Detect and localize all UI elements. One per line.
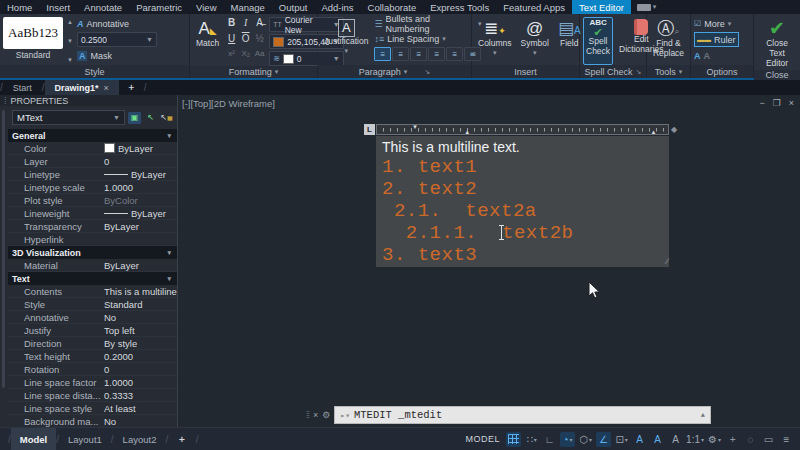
text-style-preview[interactable]: AaBb123 [3, 17, 63, 49]
isolate-objects-button[interactable]: ◌ [743, 432, 758, 447]
superscript-button[interactable]: x² [225, 49, 238, 64]
file-tab-drawing1[interactable]: Drawing1* × [45, 80, 119, 95]
mtext-list-line[interactable]: 1. text1 [382, 156, 663, 178]
symbol-button[interactable]: @ Symbol ▾ [518, 17, 552, 65]
underline-button[interactable]: U [225, 33, 238, 48]
annotation-autoscale-toggle[interactable]: A [650, 432, 665, 447]
select-objects-icon[interactable]: ↖ [144, 112, 157, 124]
tab-output[interactable]: Output [272, 0, 315, 14]
command-customize-icon[interactable]: ⚙ [322, 410, 330, 420]
tab-view[interactable]: View [189, 0, 223, 14]
text-height-dropdown[interactable]: 0.2500 ▼ [77, 32, 157, 47]
mtext-list-line[interactable]: 3. text3 [382, 244, 663, 266]
tab-addins[interactable]: Add-ins [314, 0, 360, 14]
tab-stop-selector[interactable]: L [364, 124, 375, 135]
command-grip-icon[interactable]: ⁞⁞ [306, 410, 309, 420]
layout1-tab[interactable]: Layout1 [59, 428, 111, 450]
subscript-button[interactable]: X₂ [239, 49, 252, 64]
section-3d-visualization[interactable]: 3D Visualization▾ [8, 246, 177, 259]
mtext-list-line[interactable]: 2.1.1. text2b [382, 222, 663, 244]
mtext-edit-box[interactable]: This is a multiline text. 1. text1 2. te… [376, 136, 669, 267]
section-general[interactable]: General▾ [8, 129, 177, 142]
tab-express-tools[interactable]: Express Tools [423, 0, 496, 14]
prop-row-linetype[interactable]: Linetype ByLayer [8, 168, 177, 181]
align-justify-button[interactable]: ≡ [428, 47, 445, 61]
prop-row-direction[interactable]: Direction By style [8, 337, 177, 350]
restore-icon[interactable]: ❐ [773, 98, 781, 108]
prop-row-line-space-distance[interactable]: Line space dista... 0.3333 [8, 389, 177, 402]
tab-annotate[interactable]: Annotate [77, 0, 129, 14]
paragraph-indent-marker[interactable]: ▲ [464, 129, 470, 135]
layout2-tab[interactable]: Layout2 [114, 428, 166, 450]
prop-row-text-height[interactable]: Text height 0.2000 [8, 350, 177, 363]
align-left-button[interactable]: ≡ [374, 47, 391, 61]
mtext-list-line[interactable]: 2.1. text2a [382, 200, 663, 222]
hardware-acceleration-button[interactable]: ▭ [761, 432, 776, 447]
collapse-icon[interactable]: ▾ [167, 132, 171, 140]
italic-button[interactable]: I [239, 17, 252, 32]
tab-home[interactable]: Home [0, 0, 39, 14]
collapse-icon[interactable]: ▾ [167, 275, 171, 283]
model-space-badge[interactable]: MODEL [466, 434, 501, 444]
prop-row-style[interactable]: Style Standard [8, 298, 177, 311]
tab-text-editor[interactable]: Text Editor [572, 0, 631, 14]
section-text[interactable]: Text▾ [8, 272, 177, 285]
annotation-scale-value[interactable]: 1:1▾ [686, 432, 704, 447]
more-button[interactable]: ☑ More ▾ [694, 17, 731, 30]
columns-button[interactable]: ≣✦ Columns ▾ [475, 17, 515, 65]
annotation-visibility-toggle[interactable]: A [632, 432, 647, 447]
annotation-monitor-button[interactable]: ＋ [725, 432, 740, 447]
annotative-button[interactable]: A Annotative [77, 17, 186, 30]
bullets-numbering-button[interactable]: ☰ Bullets and Numbering ▾ [374, 17, 481, 30]
clean-screen-button[interactable]: ≡ [779, 432, 794, 447]
prop-row-justify[interactable]: Justify Top left [8, 324, 177, 337]
editor-ruler[interactable]: ▼ ▲ ▲ [376, 124, 669, 135]
dialog-launcher-icon[interactable]: ↘ [424, 68, 430, 76]
properties-header[interactable]: ⁞ PROPERTIES [0, 95, 177, 106]
quick-select-icon[interactable]: ↖▦ [160, 112, 173, 124]
justification-button[interactable]: A Justification ▾ [321, 17, 371, 65]
gallery-expand-icon[interactable]: ▼ [67, 57, 73, 63]
collapse-icon[interactable]: ▾ [167, 249, 171, 257]
ortho-mode-toggle[interactable]: ∟ [542, 432, 557, 447]
match-properties-button[interactable]: A◣ Match [193, 17, 222, 66]
isodraft-toggle[interactable]: ⬡▾ [578, 432, 593, 447]
mtext-list-line[interactable]: 2. text2 [382, 178, 663, 200]
prop-row-layer[interactable]: Layer 0 [8, 155, 177, 168]
prop-row-hyperlink[interactable]: Hyperlink [8, 233, 177, 246]
new-drawing-tab-button[interactable]: ＋ [119, 80, 144, 95]
minimize-icon[interactable]: − [759, 98, 764, 108]
close-text-editor-button[interactable]: ✔ Close Text Editor [757, 17, 797, 70]
snap-mode-toggle[interactable]: ∷▾ [524, 432, 539, 447]
close-icon[interactable]: × [789, 98, 794, 108]
right-indent-marker[interactable]: ▲ [650, 129, 656, 135]
tab-manage[interactable]: Manage [224, 0, 272, 14]
command-close-icon[interactable]: × [313, 410, 318, 420]
object-type-dropdown[interactable]: MText ▼ [12, 110, 125, 125]
close-tab-icon[interactable]: × [104, 83, 109, 93]
annotation-scale-icon[interactable]: A [668, 432, 683, 447]
find-replace-button[interactable]: Ⓐ⌕ Find & Replace [650, 17, 687, 65]
dialog-launcher-icon[interactable]: ↘ [636, 68, 642, 76]
line-spacing-button[interactable]: ↕≡ Line Spacing ▾ [374, 32, 481, 45]
align-distribute-button[interactable]: ≡ [446, 47, 463, 61]
editor-width-handle[interactable]: ◆ [671, 125, 677, 134]
command-expand-icon[interactable]: ▲ [701, 411, 705, 419]
undo-text-icon[interactable]: A [694, 51, 701, 61]
tab-insert[interactable]: Insert [39, 0, 77, 14]
ribbon-display-toggle[interactable]: ▾ [637, 0, 657, 14]
polar-tracking-toggle[interactable]: ◔▾ [560, 432, 575, 447]
scroll-down-icon[interactable]: ▼ [67, 38, 73, 44]
ruler-toggle-button[interactable]: ▬▬ Ruler [694, 32, 739, 47]
workspace-switching-gear[interactable]: ⚙▾ [707, 432, 722, 447]
command-input[interactable]: ▸▾ MTEDIT _mtedit ▲ [334, 406, 711, 424]
change-case-button[interactable]: Aa [253, 49, 266, 64]
drawing-viewport[interactable]: [-][Top][2D Wireframe] − ❐ × L ▼ ▲ ▲ ◆ T… [178, 95, 800, 428]
prop-row-line-space-factor[interactable]: Line space factor 1.0000 [8, 376, 177, 389]
prop-row-color[interactable]: Color ByLayer [8, 142, 177, 155]
model-tab[interactable]: Model [11, 428, 56, 450]
overline-button[interactable]: O [239, 33, 252, 48]
viewport-controls[interactable]: [-][Top][2D Wireframe] [182, 98, 275, 109]
scroll-up-icon[interactable]: ▲ [67, 19, 73, 25]
mtext-heading-line[interactable]: This is a multiline text. [382, 139, 663, 156]
